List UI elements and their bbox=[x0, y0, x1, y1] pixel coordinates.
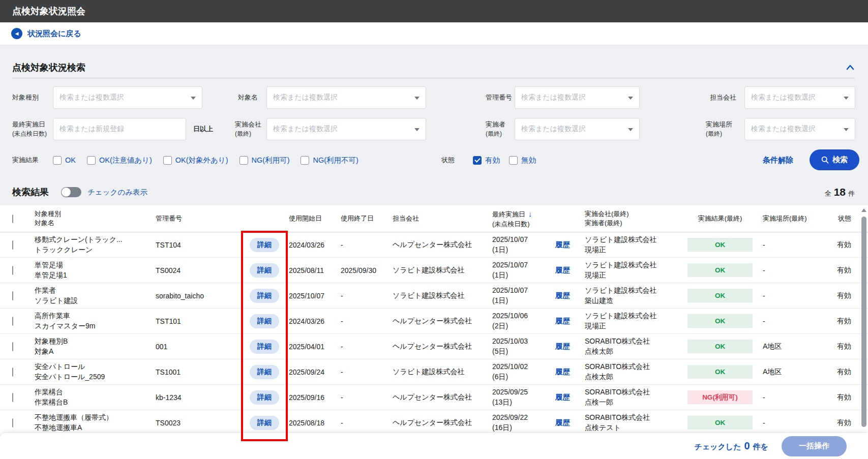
execution-place-select[interactable]: 検索または複数選択 bbox=[744, 118, 855, 140]
cell-last-date: 2025/10/06 (2日) bbox=[492, 311, 555, 331]
cell-control-number: TST101 bbox=[156, 317, 240, 325]
chevron-up-icon[interactable] bbox=[846, 63, 855, 72]
checkbox-ok-caution[interactable]: OK(注意値あり) bbox=[87, 156, 152, 165]
checkbox-inactive[interactable]: 無効 bbox=[509, 156, 536, 165]
cell-use-end: - bbox=[341, 317, 393, 325]
detail-button[interactable]: 詳細 bbox=[250, 340, 279, 354]
row-checkbox[interactable] bbox=[12, 368, 13, 377]
cell-last-date: 2025/10/07 (1日) bbox=[492, 235, 555, 255]
target-type-select[interactable]: 検索または複数選択 bbox=[53, 86, 202, 109]
checkbox-ok[interactable]: OK bbox=[53, 156, 76, 165]
checkbox-icon[interactable] bbox=[240, 156, 248, 165]
clear-conditions-link[interactable]: 条件解除 bbox=[763, 156, 793, 165]
scroll-up-arrow-icon[interactable] bbox=[861, 208, 866, 212]
vertical-scrollbar[interactable] bbox=[861, 208, 866, 431]
cell-responsible-company: ヘルプセンター株式会社 bbox=[393, 342, 492, 351]
detail-button[interactable]: 詳細 bbox=[250, 263, 279, 278]
cell-control-number: TS0023 bbox=[156, 419, 240, 427]
search-icon bbox=[821, 156, 829, 164]
cell-responsible-company: ヘルプセンター株式会社 bbox=[393, 393, 492, 402]
cell-place: - bbox=[759, 292, 818, 300]
row-checkbox[interactable] bbox=[12, 393, 13, 402]
result-badge: OK bbox=[687, 416, 753, 430]
executor-select[interactable]: 検索または複数選択 bbox=[515, 118, 640, 140]
checkbox-icon[interactable] bbox=[301, 156, 309, 165]
row-checkbox[interactable] bbox=[12, 240, 13, 250]
cell-state: 有効 bbox=[818, 368, 851, 377]
result-badge: OK bbox=[687, 289, 753, 302]
history-link[interactable]: 履歴 bbox=[555, 418, 570, 426]
checkbox-icon[interactable] bbox=[509, 156, 518, 165]
result-badge: OK bbox=[687, 365, 753, 379]
checkbox-checked-icon[interactable] bbox=[473, 156, 482, 165]
checkbox-icon[interactable] bbox=[87, 156, 96, 165]
history-link[interactable]: 履歴 bbox=[555, 368, 570, 376]
cell-target: 対象種別B 対象A bbox=[35, 336, 156, 356]
history-link[interactable]: 履歴 bbox=[555, 317, 570, 325]
history-link[interactable]: 履歴 bbox=[555, 342, 570, 350]
history-link[interactable]: 履歴 bbox=[555, 240, 570, 249]
scrollbar-thumb[interactable] bbox=[861, 217, 866, 427]
sort-desc-icon[interactable]: ↓ bbox=[528, 209, 532, 218]
search-button[interactable]: 検索 bbox=[810, 149, 859, 170]
column-target: 対象種別 対象名 bbox=[35, 209, 156, 228]
cell-control-number: TS1001 bbox=[156, 368, 240, 376]
row-checkbox[interactable] bbox=[12, 317, 13, 326]
caret-down-icon bbox=[191, 97, 196, 100]
result-badge: NG(利用可) bbox=[687, 390, 753, 404]
checkbox-active[interactable]: 有効 bbox=[473, 156, 500, 165]
back-link[interactable]: 状況照会に戻る bbox=[27, 29, 81, 39]
checked-count-value: 0 bbox=[744, 440, 750, 452]
select-all-checkbox[interactable] bbox=[12, 215, 13, 223]
results-header: 検索結果 チェックのみ表示 全 18 件 bbox=[12, 181, 855, 203]
detail-button[interactable]: 詳細 bbox=[250, 416, 279, 430]
row-checkbox[interactable] bbox=[12, 418, 13, 427]
executing-company-select[interactable]: 検索または複数選択 bbox=[266, 118, 426, 140]
cell-executor: SORABITO株式会社 点検太郎 bbox=[585, 336, 681, 356]
checkbox-ok-excluded[interactable]: OK(対象外あり) bbox=[163, 156, 228, 165]
cell-responsible-company: ソラビト建設株式会社 bbox=[393, 266, 492, 275]
detail-button[interactable]: 詳細 bbox=[250, 390, 279, 405]
table-header-row: 対象種別 対象名 管理番号 使用開始日 使用終了日 担当会社 最終実施日↓ (未… bbox=[0, 205, 868, 232]
caret-down-icon bbox=[628, 97, 633, 100]
filter-row-3: 実施結果 OK OK(注意値あり) OK(対象外あり) NG(利用可) NG(利… bbox=[0, 149, 868, 171]
detail-button[interactable]: 詳細 bbox=[250, 289, 279, 303]
target-name-select[interactable]: 検索または複数選択 bbox=[266, 86, 426, 109]
checkbox-icon[interactable] bbox=[53, 156, 62, 165]
last-inspection-date-input[interactable]: 検索または新規登録 bbox=[53, 118, 186, 140]
checkbox-ng-usable[interactable]: NG(利用可) bbox=[240, 156, 290, 165]
filter-row-1: 対象種別 検索または複数選択 対象名 検索または複数選択 管理番号 検索または複… bbox=[0, 86, 868, 109]
cell-executor: SORABITO株式会社 点検一郎 bbox=[585, 387, 681, 407]
row-checkbox[interactable] bbox=[12, 291, 13, 300]
checkbox-ng-unusable[interactable]: NG(利用不可) bbox=[301, 156, 358, 165]
cell-place: - bbox=[759, 419, 818, 427]
page-title: 点検対象状況照会 bbox=[12, 5, 85, 17]
history-link[interactable]: 履歴 bbox=[555, 393, 570, 401]
cell-last-date: 2025/09/22 (16日) bbox=[492, 413, 555, 433]
row-checkbox[interactable] bbox=[12, 266, 13, 275]
cell-last-date: 2025/10/03 (5日) bbox=[492, 336, 555, 356]
filter-row-2: 最終実施日 (未点検日数) 検索または新規登録 日以上 実施会社 (最終) 検索… bbox=[0, 117, 868, 141]
responsible-company-select[interactable]: 検索または複数選択 bbox=[744, 86, 855, 109]
toggle-knob bbox=[62, 188, 71, 197]
checked-only-toggle[interactable] bbox=[61, 187, 81, 197]
column-use-end: 使用終了日 bbox=[341, 214, 393, 223]
back-bar[interactable]: ◀ 状況照会に戻る bbox=[0, 22, 868, 45]
cell-target: 作業者 ソラビト建設 bbox=[35, 286, 156, 305]
history-link[interactable]: 履歴 bbox=[555, 266, 570, 274]
row-checkbox[interactable] bbox=[12, 342, 13, 351]
bulk-action-button[interactable]: 一括操作 bbox=[782, 436, 847, 456]
detail-button[interactable]: 詳細 bbox=[250, 365, 279, 379]
table-row: 不整地運搬車（履帯式） 不整地運搬車A TS0023 詳細 2025/08/18… bbox=[0, 410, 868, 436]
history-link[interactable]: 履歴 bbox=[555, 291, 570, 299]
column-control-number: 管理番号 bbox=[156, 214, 240, 223]
result-badge: OK bbox=[687, 314, 753, 328]
target-name-label: 対象名 bbox=[238, 93, 258, 102]
detail-button[interactable]: 詳細 bbox=[250, 314, 279, 328]
detail-button[interactable]: 詳細 bbox=[250, 238, 279, 252]
checkbox-icon[interactable] bbox=[163, 156, 172, 165]
control-number-select[interactable]: 検索または複数選択 bbox=[515, 86, 640, 109]
cell-control-number: kb-1234 bbox=[156, 393, 240, 402]
cell-control-number: sorabito_taicho bbox=[156, 292, 240, 300]
column-place: 実施場所(最終) bbox=[759, 214, 818, 223]
